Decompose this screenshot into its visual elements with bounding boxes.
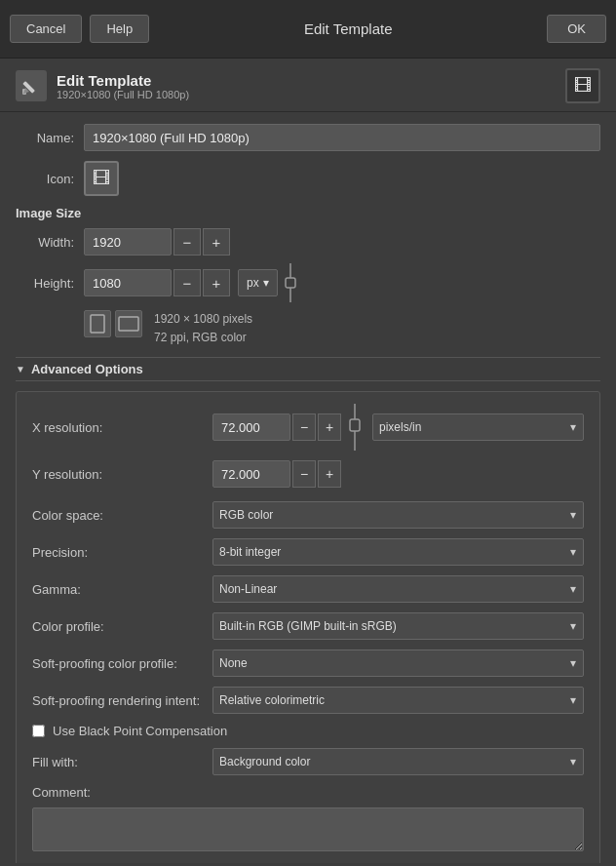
x-resolution-row: X resolution: − + pixels/in pixels/mm: [32, 404, 584, 451]
color-profile-row: Color profile: Built-in RGB (GIMP built-…: [32, 612, 584, 640]
y-resolution-increment-button[interactable]: +: [318, 460, 341, 488]
gamma-label: Gamma:: [32, 582, 212, 597]
header-subtitle: 1920×1080 (Full HD 1080p): [57, 89, 189, 100]
header-title: Edit Template: [57, 72, 189, 89]
main-content: Name: Icon: 🎞 Image Size Width: − + Heig…: [0, 112, 616, 863]
comment-label: Comment:: [32, 785, 91, 800]
header-text: Edit Template 1920×1080 (Full HD 1080p): [57, 72, 189, 100]
template-icon-button[interactable]: 🎞: [84, 161, 119, 196]
name-row: Name:: [16, 124, 600, 151]
color-profile-label: Color profile:: [32, 619, 212, 634]
resolution-link-icon: [345, 404, 365, 451]
comment-row: Comment:: [32, 785, 584, 851]
gamma-row: Gamma: Non-Linear Linear: [32, 575, 584, 603]
rendering-intent-select[interactable]: Relative colorimetric Perceptual Saturat…: [212, 687, 584, 714]
black-point-row: Use Black Point Compensation: [32, 724, 584, 738]
y-resolution-row: Y resolution: − +: [32, 460, 584, 488]
black-point-checkbox[interactable]: [32, 725, 45, 737]
icon-label: Icon:: [16, 172, 74, 186]
height-decrement-button[interactable]: −: [173, 269, 201, 296]
precision-label: Precision:: [32, 545, 212, 560]
color-space-row: Color space: RGB color Grayscale CMYK La…: [32, 501, 584, 529]
fill-with-row: Fill with: Background color Foreground c…: [32, 748, 584, 775]
width-increment-button[interactable]: +: [203, 228, 230, 256]
soft-proof-select[interactable]: None: [212, 650, 584, 677]
cancel-button[interactable]: Cancel: [10, 15, 82, 43]
y-resolution-label: Y resolution:: [32, 467, 212, 482]
toolbar: Cancel Help Edit Template OK: [0, 0, 616, 59]
header-left: Edit Template 1920×1080 (Full HD 1080p): [16, 70, 189, 101]
advanced-arrow-icon: ▼: [16, 364, 25, 374]
unit-value: px: [247, 276, 259, 290]
x-resolution-increment-button[interactable]: +: [318, 413, 341, 441]
header-row: Edit Template 1920×1080 (Full HD 1080p) …: [0, 59, 616, 112]
soft-proof-label: Soft-proofing color profile:: [32, 656, 212, 671]
precision-select[interactable]: 8-bit integer 16-bit integer 32-bit floa…: [212, 538, 584, 566]
advanced-title: Advanced Options: [31, 362, 143, 376]
image-info-row: 1920 × 1080 pixels 72 ppi, RGB color: [16, 310, 600, 347]
ok-button[interactable]: OK: [547, 15, 606, 43]
height-row: Height: − + px ▾: [16, 263, 600, 302]
unit-chevron-icon: ▾: [263, 276, 269, 290]
image-info-text: 1920 × 1080 pixels 72 ppi, RGB color: [154, 310, 252, 347]
soft-proof-row: Soft-proofing color profile: None: [32, 650, 584, 677]
fill-with-select[interactable]: Background color Foreground color White …: [212, 748, 584, 775]
color-space-select[interactable]: RGB color Grayscale CMYK Lab: [212, 501, 584, 529]
aspect-ratio-link-icon: [284, 263, 297, 302]
color-profile-select[interactable]: Built-in RGB (GIMP built-in sRGB) None: [212, 612, 584, 640]
height-increment-button[interactable]: +: [203, 269, 230, 296]
rendering-intent-label: Soft-proofing rendering intent:: [32, 693, 212, 708]
edit-template-icon: [16, 70, 47, 101]
precision-row: Precision: 8-bit integer 16-bit integer …: [32, 538, 584, 566]
help-button[interactable]: Help: [90, 15, 149, 43]
x-resolution-label: X resolution:: [32, 420, 212, 435]
height-input[interactable]: [84, 269, 172, 296]
svg-rect-4: [286, 278, 295, 288]
name-label: Name:: [16, 131, 74, 145]
image-dimensions: 1920 × 1080 pixels: [154, 310, 252, 329]
x-resolution-decrement-button[interactable]: −: [292, 413, 316, 441]
width-input[interactable]: [84, 228, 172, 256]
advanced-options-header[interactable]: ▼ Advanced Options: [16, 357, 600, 381]
y-resolution-input[interactable]: [212, 460, 290, 488]
name-input[interactable]: [84, 124, 600, 151]
rendering-intent-row: Soft-proofing rendering intent: Relative…: [32, 687, 584, 714]
advanced-panel: X resolution: − + pixels/in pixels/mm: [16, 391, 600, 863]
pencil-icon: [20, 75, 42, 97]
template-film-icon: 🎞: [565, 68, 600, 103]
icon-row: Icon: 🎞: [16, 161, 600, 196]
resolution-unit-select[interactable]: pixels/in pixels/mm: [372, 413, 584, 441]
toolbar-title: Edit Template: [157, 20, 539, 37]
color-space-label: Color space:: [32, 508, 212, 523]
x-resolution-input[interactable]: [212, 413, 290, 441]
portrait-preview-icon[interactable]: [84, 310, 111, 337]
fill-with-label: Fill with:: [32, 755, 212, 769]
width-decrement-button[interactable]: −: [173, 228, 201, 256]
height-label: Height:: [16, 276, 74, 291]
comment-textarea[interactable]: [32, 807, 584, 851]
width-row: Width: − +: [16, 228, 600, 256]
width-label: Width:: [16, 235, 74, 250]
y-resolution-decrement-button[interactable]: −: [292, 460, 316, 488]
black-point-label[interactable]: Use Black Point Compensation: [53, 724, 227, 738]
landscape-preview-icon[interactable]: [115, 310, 142, 337]
image-size-title: Image Size: [16, 206, 600, 220]
svg-rect-7: [119, 317, 138, 331]
gamma-select[interactable]: Non-Linear Linear: [212, 575, 584, 603]
svg-rect-6: [91, 315, 104, 333]
svg-rect-9: [350, 419, 360, 431]
image-resolution: 72 ppi, RGB color: [154, 329, 252, 347]
